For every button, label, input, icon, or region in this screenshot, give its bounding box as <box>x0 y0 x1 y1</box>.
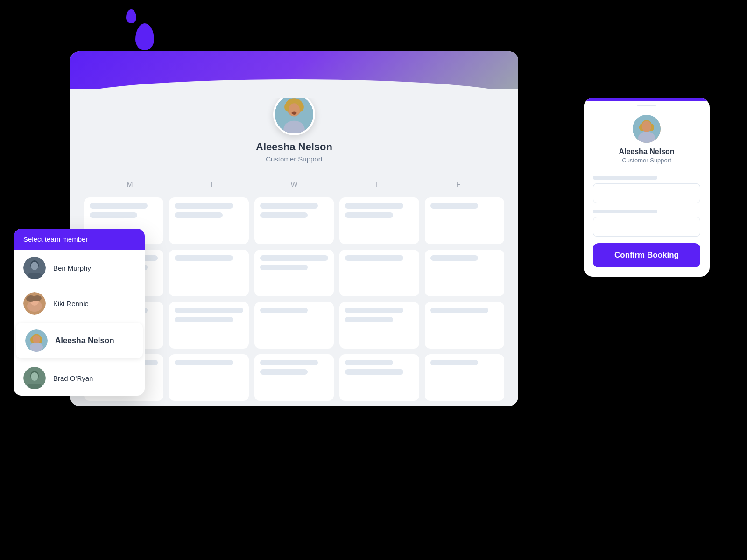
member-name-aleesha: Aleesha Nelson <box>55 336 114 345</box>
calendar-cell[interactable] <box>425 354 504 401</box>
booking-role: Customer Support <box>622 157 671 164</box>
profile-name: Aleesha Nelson <box>256 141 332 153</box>
calendar-cell[interactable] <box>425 197 504 244</box>
svg-point-25 <box>31 372 38 381</box>
member-name-ben: Ben Murphy <box>53 264 91 272</box>
day-w: W <box>253 177 335 193</box>
member-name-brad: Brad O'Ryan <box>53 374 93 382</box>
member-item-kiki[interactable]: Kiki Rennie <box>14 286 145 321</box>
calendar-cell[interactable] <box>339 354 419 401</box>
booking-profile-section: Aleesha Nelson Customer Support <box>584 110 710 171</box>
booking-avatar <box>633 115 661 143</box>
member-name-kiki: Kiki Rennie <box>53 300 89 308</box>
member-avatar-ben <box>23 257 46 279</box>
form-input-2[interactable] <box>593 217 700 237</box>
member-avatar-brad <box>23 367 46 389</box>
calendar-cell[interactable] <box>254 302 334 349</box>
calendar-cell[interactable] <box>425 302 504 349</box>
svg-point-10 <box>31 262 38 270</box>
booking-form: Confirm Booking <box>584 171 710 277</box>
calendar-cell[interactable] <box>254 354 334 401</box>
form-label-2 <box>593 210 657 213</box>
day-m: M <box>89 177 171 193</box>
booking-panel: Aleesha Nelson Customer Support Confirm … <box>584 98 710 277</box>
svg-point-7 <box>292 112 297 115</box>
member-avatar-kiki <box>23 292 46 315</box>
calendar-cell[interactable] <box>169 250 248 296</box>
form-label-1 <box>593 176 657 180</box>
calendar-cell[interactable] <box>254 197 334 244</box>
svg-point-16 <box>33 295 42 301</box>
svg-point-22 <box>30 343 43 352</box>
member-item-ben[interactable]: Ben Murphy <box>14 250 145 286</box>
svg-rect-11 <box>27 273 42 279</box>
day-t2: T <box>335 177 417 193</box>
day-f: F <box>417 177 500 193</box>
dropdown-header: Select team member <box>14 229 145 250</box>
member-item-aleesha[interactable]: Aleesha Nelson <box>16 323 143 358</box>
drop-small <box>126 9 136 23</box>
team-member-dropdown: Select team member Ben Murphy Kiki Renni… <box>14 229 145 396</box>
calendar-cell[interactable] <box>339 302 419 349</box>
notch-bar <box>637 105 656 106</box>
calendar-cell[interactable] <box>169 302 248 349</box>
svg-point-31 <box>642 121 651 132</box>
calendar-cell[interactable] <box>425 250 504 296</box>
profile-section: Aleesha Nelson Customer Support <box>70 89 518 172</box>
avatar-image-main <box>275 95 313 133</box>
calendar-cell[interactable] <box>339 197 419 244</box>
profile-avatar-main <box>273 93 315 135</box>
dropdown-header-text: Select team member <box>23 235 88 243</box>
form-input-1[interactable] <box>593 183 700 203</box>
profile-role: Customer Support <box>266 155 323 163</box>
member-avatar-aleesha <box>25 329 48 352</box>
calendar-cell[interactable] <box>254 250 334 296</box>
calendar-cell[interactable] <box>339 250 419 296</box>
calendar-cell[interactable] <box>169 354 248 401</box>
booking-name: Aleesha Nelson <box>619 147 674 156</box>
calendar-cell[interactable] <box>169 197 248 244</box>
booking-panel-notch <box>584 101 710 110</box>
calendar-grid <box>84 197 504 406</box>
member-item-brad[interactable]: Brad O'Ryan <box>14 360 145 396</box>
confirm-booking-button[interactable]: Confirm Booking <box>593 243 700 267</box>
calendar-days-header: M T W T F <box>84 177 504 193</box>
day-t1: T <box>171 177 253 193</box>
svg-rect-26 <box>27 384 42 389</box>
svg-point-21 <box>33 335 40 343</box>
drop-large <box>135 23 154 50</box>
card-header <box>70 51 518 89</box>
